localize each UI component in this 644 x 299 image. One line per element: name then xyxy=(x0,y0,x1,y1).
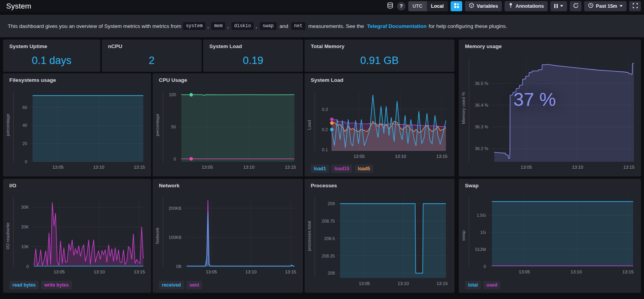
svg-text:36.2 %: 36.2 % xyxy=(475,146,488,151)
svg-text:100KB: 100KB xyxy=(169,235,181,240)
swap-chart[interactable]: 13:0513:1013:150512M1G1.5G xyxy=(469,194,637,277)
svg-text:0: 0 xyxy=(25,159,27,164)
legend-item[interactable]: write bytes xyxy=(41,281,72,289)
timezone-utc-option[interactable]: UTC xyxy=(408,1,427,11)
svg-text:13:05: 13:05 xyxy=(52,165,64,169)
panel-title[interactable]: System Load xyxy=(311,77,343,83)
svg-text:20K: 20K xyxy=(21,225,29,229)
panel-title[interactable]: I/O xyxy=(9,183,16,188)
svg-text:13:10: 13:10 xyxy=(398,281,409,286)
panel-title[interactable]: Processes xyxy=(311,183,337,188)
svg-text:208.5: 208.5 xyxy=(324,236,335,241)
datasource-button[interactable] xyxy=(386,1,394,11)
add-cell-icon xyxy=(454,3,460,10)
filesystems-chart[interactable]: 13:0513:1013:150204060 xyxy=(13,88,147,172)
panel-filesystems-usage: Filesystems usage percentage 13:0513:101… xyxy=(3,73,151,176)
panel-title[interactable]: Network xyxy=(159,183,179,188)
legend-item[interactable]: received xyxy=(159,281,184,289)
chart-svg: 13:0513:1013:150.10.20.3 xyxy=(315,88,451,161)
chart-legend: load1load15load5 xyxy=(311,164,373,173)
stat-value: 0.1 days xyxy=(3,53,100,69)
panel-ncpu: nCPU 2 xyxy=(102,40,202,72)
panel-title[interactable]: Total Memory xyxy=(311,43,345,49)
svg-text:13:05: 13:05 xyxy=(521,165,532,169)
chart-svg: 13:0513:1013:15010K20K30K xyxy=(13,194,147,277)
memory-percent-overlay: 37 % xyxy=(513,89,556,110)
database-icon xyxy=(387,2,393,10)
processes-chart[interactable]: 13:0513:1013:15208208.25208.5208.75209 xyxy=(315,194,451,288)
svg-text:13:05: 13:05 xyxy=(202,165,213,169)
chevron-down-icon xyxy=(560,5,563,7)
panel-title[interactable]: Memory usage xyxy=(465,43,502,49)
svg-text:60: 60 xyxy=(23,105,27,110)
chart-legend: read byteswrite bytes xyxy=(9,281,72,289)
cube-icon xyxy=(469,3,474,9)
page-title: System xyxy=(6,2,31,10)
y-axis-label: percentage xyxy=(5,90,10,159)
clock-icon xyxy=(588,3,594,9)
legend-item[interactable]: used xyxy=(483,281,500,289)
annotations-button[interactable]: Annotations xyxy=(505,1,548,11)
svg-text:13:05: 13:05 xyxy=(54,270,65,274)
svg-text:13:15: 13:15 xyxy=(134,165,145,169)
svg-text:40: 40 xyxy=(23,123,27,128)
svg-text:20: 20 xyxy=(23,141,27,146)
cpu-usage-chart[interactable]: 13:0513:1013:15050100 xyxy=(163,88,299,172)
refresh-button[interactable] xyxy=(570,1,581,11)
svg-text:13:10: 13:10 xyxy=(94,270,105,274)
network-chart[interactable]: 13:0513:1013:150B100KB200KB xyxy=(163,194,299,277)
fullscreen-icon xyxy=(632,3,638,10)
chart-svg: 13:0513:1013:15050100 xyxy=(163,88,299,172)
chart-svg: 13:0513:1013:15208208.25208.5208.75209 xyxy=(315,194,451,288)
legend-item[interactable]: load5 xyxy=(355,164,373,173)
chart-svg: 13:0513:1013:150204060 xyxy=(13,88,147,172)
chart-legend: receivedsent xyxy=(159,281,202,289)
svg-text:13:05: 13:05 xyxy=(359,281,370,286)
measurement-chip: swap xyxy=(260,22,277,30)
add-cell-button[interactable] xyxy=(451,1,462,11)
presentation-mode-button[interactable] xyxy=(629,1,641,11)
svg-text:13:10: 13:10 xyxy=(395,154,406,159)
banner-text: This dashboard gives you an overview of … xyxy=(8,23,181,29)
panel-system-load: System Load Load 13:0513:1013:150.10.20.… xyxy=(305,73,454,176)
svg-text:200KB: 200KB xyxy=(169,206,181,211)
stat-value: 2 xyxy=(102,53,202,69)
panel-io: I/O I/O read/write 13:0513:1013:15010K20… xyxy=(3,179,151,293)
dashboard-app: System ? UTC Local Variables Annotations xyxy=(0,0,644,299)
pause-refresh-dropdown[interactable] xyxy=(550,1,567,11)
svg-text:209: 209 xyxy=(328,201,335,206)
timezone-local-option[interactable]: Local xyxy=(427,1,448,11)
legend-item[interactable]: load1 xyxy=(311,164,329,173)
chevron-down-icon xyxy=(620,5,623,7)
legend-item[interactable]: sent xyxy=(186,281,202,289)
panel-cpu-usage: CPU Usage percentage 13:0513:1013:150501… xyxy=(153,73,303,176)
panel-title[interactable]: System Uptime xyxy=(9,43,47,49)
memory-usage-chart[interactable]: 13:0513:1013:1536.2 %36.3 %36.4 %36.5 % xyxy=(469,54,637,172)
pin-icon xyxy=(508,3,513,9)
variables-button[interactable]: Variables xyxy=(465,1,502,11)
legend-item[interactable]: total xyxy=(465,281,481,289)
system-load-chart[interactable]: 13:0513:1013:150.10.20.3 xyxy=(315,88,451,161)
panel-title[interactable]: System Load xyxy=(209,43,242,49)
help-button[interactable]: ? xyxy=(397,2,406,10)
io-chart[interactable]: 13:0513:1013:15010K20K30K xyxy=(13,194,147,277)
legend-item[interactable]: load15 xyxy=(331,164,352,173)
y-axis-label: I/O read/write xyxy=(5,196,10,276)
svg-text:13:10: 13:10 xyxy=(572,165,583,169)
svg-text:13:15: 13:15 xyxy=(436,154,447,159)
time-range-dropdown[interactable]: Past 15m xyxy=(584,1,627,11)
time-range-label: Past 15m xyxy=(596,3,617,9)
panel-system-load-stat: System Load 0.19 xyxy=(203,40,303,72)
svg-text:13:10: 13:10 xyxy=(243,165,254,169)
panel-title[interactable]: Swap xyxy=(465,183,479,188)
panel-title[interactable]: Filesystems usage xyxy=(9,77,56,83)
panel-title[interactable]: nCPU xyxy=(108,43,122,49)
legend-item[interactable]: read bytes xyxy=(9,281,39,289)
stat-value: 0.91 GB xyxy=(305,53,454,69)
telegraf-docs-link[interactable]: Telegraf Documentation xyxy=(367,23,427,29)
chart-svg: 13:0513:1013:150512M1G1.5G xyxy=(469,194,637,277)
annotations-label: Annotations xyxy=(515,3,544,9)
svg-text:0.1: 0.1 xyxy=(322,147,328,152)
svg-text:13:05: 13:05 xyxy=(353,154,365,159)
panel-title[interactable]: CPU Usage xyxy=(159,77,187,83)
